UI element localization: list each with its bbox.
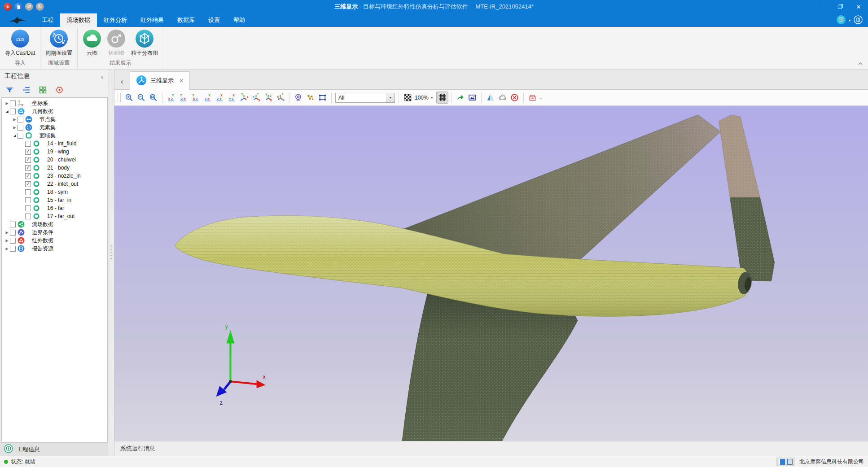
- cancel-button[interactable]: [509, 92, 521, 104]
- minimize-button[interactable]: [811, 0, 830, 13]
- particles-button[interactable]: [304, 92, 316, 104]
- archive-caret-icon[interactable]: ⌄: [539, 96, 543, 100]
- display-filter-combobox[interactable]: All▼: [335, 93, 395, 103]
- tree-item-边界条件[interactable]: ▶边界条件: [2, 228, 107, 236]
- view-bottom-button[interactable]: XYZ: [226, 92, 238, 104]
- monitor-icon[interactable]: [837, 15, 846, 26]
- tree-expand-icon[interactable]: ◢: [12, 134, 18, 138]
- zoom-level-dropdown[interactable]: 100%▼: [415, 95, 434, 101]
- tree-checkbox[interactable]: [18, 125, 23, 131]
- tree-item-坐标系[interactable]: ▶YZX坐标系: [2, 99, 107, 107]
- zoom-in-button[interactable]: [123, 92, 135, 104]
- redo-button[interactable]: ↻: [36, 3, 44, 11]
- tree-checkbox[interactable]: [10, 100, 16, 106]
- tree-item-19---wing[interactable]: 19 - wing: [2, 148, 107, 156]
- ribbon-collapse-icon[interactable]: [858, 60, 863, 66]
- project-info-bottom-button[interactable]: 工程信息: [0, 442, 108, 456]
- iso-3-button[interactable]: Y X Z: [262, 92, 274, 104]
- dropdown-caret-icon[interactable]: ▾: [849, 18, 850, 22]
- menu-item-2[interactable]: 流场数据: [60, 13, 97, 27]
- tree-checkbox[interactable]: [25, 189, 31, 195]
- tree-item-报告资源[interactable]: ▶报告资源: [2, 244, 107, 253]
- view-top-button[interactable]: XZY: [214, 92, 226, 104]
- menu-item-3[interactable]: 红外分析: [97, 13, 134, 27]
- snapshot-button[interactable]: [466, 92, 478, 104]
- tree-item-14---int_fluid[interactable]: 14 - int_fluid: [2, 140, 107, 148]
- tree-expand-icon[interactable]: ▶: [12, 118, 18, 122]
- tree-expand-icon[interactable]: ▶: [4, 101, 10, 105]
- tree-checkbox[interactable]: [25, 165, 31, 171]
- tree-item-红外数据[interactable]: ▶红外数据: [2, 236, 107, 244]
- tab-close-icon[interactable]: ✕: [179, 78, 184, 84]
- zoom-out-button[interactable]: [135, 92, 147, 104]
- select-box-button[interactable]: [316, 92, 329, 104]
- 3d-scene-canvas[interactable]: x y z: [114, 106, 868, 441]
- combobox-drop-icon[interactable]: ▼: [386, 93, 395, 102]
- tree-checkbox[interactable]: [25, 181, 31, 187]
- tree-checkbox[interactable]: [10, 238, 16, 244]
- filter-icon[interactable]: [4, 85, 14, 95]
- cloud-share-button[interactable]: [496, 92, 509, 104]
- tree-item-17---far_out[interactable]: 17 - far_out: [2, 212, 107, 220]
- grid-icon[interactable]: [38, 85, 48, 95]
- tree-checkbox[interactable]: [10, 109, 16, 114]
- view-back-button[interactable]: YZX: [177, 92, 189, 104]
- splitter-grip[interactable]: [110, 244, 112, 260]
- menu-item-7[interactable]: 帮助: [227, 13, 252, 27]
- tree-checkbox[interactable]: [18, 133, 23, 139]
- toolbar-grip[interactable]: [118, 93, 121, 102]
- zoom-fit-button[interactable]: [147, 92, 159, 104]
- target-icon[interactable]: [54, 85, 64, 95]
- tree-checkbox[interactable]: [25, 149, 31, 155]
- menu-item-6[interactable]: 设置: [202, 13, 227, 27]
- tree-item-面域集[interactable]: ◢面域集: [2, 131, 107, 140]
- panel-collapse-icon[interactable]: ‹: [101, 73, 103, 80]
- tab-scroll-left-icon[interactable]: ‹: [114, 78, 130, 89]
- panel-toggle-outline-icon[interactable]: [787, 459, 793, 465]
- view-front-button[interactable]: YXZ: [165, 92, 177, 104]
- tree-item-20---chuiwei[interactable]: 20 - chuiwei: [2, 156, 107, 164]
- maximize-button[interactable]: [830, 0, 849, 13]
- panel-splitter[interactable]: [108, 70, 114, 456]
- iso-2-button[interactable]: Y X Z: [250, 92, 262, 104]
- manual-icon[interactable]: [854, 15, 863, 26]
- menu-item-1[interactable]: 工程: [35, 13, 60, 27]
- tree-item-22---inlet_out[interactable]: 22 - inlet_out: [2, 180, 107, 188]
- ribbon-button-particle[interactable]: 粒子分布图: [130, 29, 159, 57]
- tree-item-几何数据[interactable]: ◢几何数据: [2, 107, 107, 115]
- tree-expand-icon[interactable]: ▶: [4, 247, 10, 251]
- tree-checkbox[interactable]: [25, 214, 31, 219]
- tree-expand-icon[interactable]: ▶: [12, 126, 18, 130]
- tree-checkbox[interactable]: [25, 205, 31, 211]
- tree-checkbox[interactable]: [18, 117, 23, 122]
- list-icon[interactable]: [21, 85, 31, 95]
- tab-3d-view[interactable]: 三维显示 ✕: [130, 71, 190, 90]
- ribbon-button-cloud[interactable]: 云图: [81, 29, 103, 57]
- tree-expand-icon[interactable]: ◢: [4, 109, 10, 113]
- new-file-button[interactable]: [14, 3, 22, 11]
- export-arrow-button[interactable]: [454, 92, 466, 104]
- tree-item-元素集[interactable]: ▶元素集: [2, 123, 107, 131]
- menu-item-4[interactable]: 红外结果: [134, 13, 171, 27]
- tree-item-节点集[interactable]: ▶节点集: [2, 115, 107, 123]
- tree-expand-icon[interactable]: ▶: [4, 239, 10, 243]
- archive-button[interactable]: [526, 92, 539, 104]
- tree-expand-icon[interactable]: ▶: [4, 231, 10, 235]
- view-right-button[interactable]: YZX: [202, 92, 214, 104]
- tree-item-16---far[interactable]: 16 - far: [2, 204, 107, 212]
- menu-item-5[interactable]: 数据库: [171, 13, 202, 27]
- panel-toggle-filled-icon[interactable]: [779, 459, 785, 465]
- app-badge-icon[interactable]: [4, 3, 12, 11]
- tree-checkbox[interactable]: [25, 141, 31, 147]
- tree-item-18---sym[interactable]: 18 - sym: [2, 188, 107, 196]
- close-button[interactable]: ✕: [849, 0, 868, 13]
- tree-checkbox[interactable]: [25, 173, 31, 179]
- checkerboard-button[interactable]: [402, 92, 414, 104]
- view-left-button[interactable]: YXZ: [189, 92, 202, 104]
- tree-item-15---far_in[interactable]: 15 - far_in: [2, 196, 107, 204]
- tree-checkbox[interactable]: [25, 157, 31, 163]
- tree-item-流场数据[interactable]: 流场数据: [2, 220, 107, 228]
- mirror-button[interactable]: [484, 92, 496, 104]
- iso-4-button[interactable]: Y X Z: [274, 92, 286, 104]
- tree-checkbox[interactable]: [10, 246, 16, 252]
